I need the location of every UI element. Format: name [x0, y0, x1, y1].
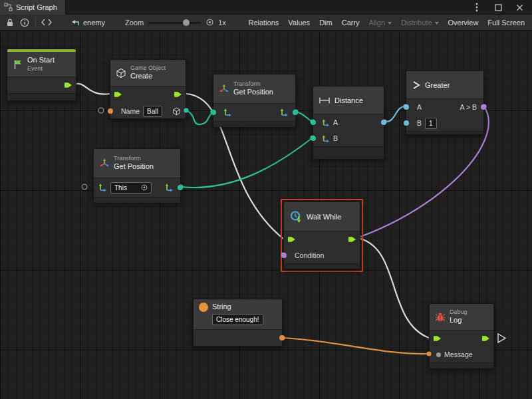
- zoom-reset-icon[interactable]: [206, 19, 213, 26]
- window-menu-icon[interactable]: [469, 0, 484, 15]
- port-label: B: [333, 134, 338, 142]
- node-footer: [213, 121, 295, 127]
- align-button[interactable]: Align: [364, 15, 396, 31]
- transform-icon: [219, 84, 229, 94]
- flow-out-port[interactable]: [174, 91, 182, 98]
- node-category: Transform: [233, 80, 273, 88]
- graph-canvas[interactable]: On Start Event Game Object Create: [0, 31, 532, 399]
- tab-script-graph[interactable]: Script Graph: [0, 0, 66, 15]
- port-label: Message: [444, 350, 473, 358]
- node-debug-log[interactable]: Debug Log Message: [429, 303, 494, 368]
- node-greater[interactable]: Greater A A > B B 1: [406, 70, 484, 134]
- graph-breadcrumb[interactable]: enemy: [71, 19, 105, 27]
- string-value-field[interactable]: Close enough!: [212, 314, 263, 325]
- name-value-field[interactable]: Ball: [143, 106, 162, 117]
- wire-create-to-getposition: [186, 110, 213, 124]
- bug-icon: [435, 312, 446, 323]
- node-footer: [7, 93, 76, 100]
- transform-icon: [99, 158, 110, 169]
- flow-continue-icon: [498, 334, 505, 342]
- port-label: A: [417, 103, 422, 111]
- node-title: String: [212, 303, 263, 312]
- port-label: A: [333, 118, 338, 126]
- transform-input-port[interactable]: [211, 110, 216, 115]
- node-footer: [406, 131, 483, 134]
- object-picker-icon[interactable]: [141, 184, 148, 191]
- info-icon[interactable]: [17, 15, 32, 30]
- unconnected-port-indicator: [82, 184, 87, 190]
- flow-out-port[interactable]: [481, 335, 490, 342]
- wire-wait-to-log: [360, 239, 429, 338]
- flow-out-port[interactable]: [348, 236, 356, 243]
- distance-b-port[interactable]: [311, 136, 316, 141]
- zoom-slider-track: [148, 22, 201, 24]
- zoom-label: Zoom: [125, 19, 144, 27]
- flag-icon: [13, 59, 23, 70]
- gameobject-output-port[interactable]: [172, 107, 181, 116]
- zoom-slider[interactable]: [148, 19, 201, 27]
- values-button[interactable]: Values: [283, 15, 315, 31]
- node-string-literal[interactable]: String Close enough!: [193, 299, 283, 346]
- distribute-button[interactable]: Distribute: [396, 15, 443, 31]
- port-label: B: [417, 119, 422, 127]
- node-title: Wait While: [307, 213, 341, 221]
- position-output-port[interactable]: [178, 185, 183, 190]
- name-input-port[interactable]: [108, 108, 113, 114]
- flow-in-port[interactable]: [433, 335, 442, 342]
- message-input-port[interactable]: [436, 352, 441, 357]
- flow-out-port[interactable]: [64, 82, 72, 89]
- node-footer: [430, 362, 493, 368]
- greater-b-port[interactable]: [404, 120, 409, 126]
- distribute-label: Distribute: [401, 19, 432, 27]
- node-title: Get Position: [114, 162, 154, 172]
- unconnected-port-indicator: [98, 108, 104, 113]
- node-wait-while[interactable]: Wait While Condition: [283, 201, 360, 269]
- flow-in-port[interactable]: [287, 236, 296, 243]
- node-title: Greater: [425, 81, 450, 89]
- axis-icon: [164, 183, 174, 192]
- distance-a-port[interactable]: [311, 120, 316, 125]
- overview-button[interactable]: Overview: [444, 15, 483, 31]
- node-on-start-event[interactable]: On Start Event: [7, 49, 76, 100]
- node-footer: [284, 263, 360, 269]
- cube-icon: [116, 68, 126, 78]
- position-output-port[interactable]: [293, 110, 298, 115]
- flow-in-port[interactable]: [114, 91, 122, 98]
- node-get-position-ball[interactable]: Transform Get Position: [213, 74, 296, 127]
- maximize-icon[interactable]: [491, 0, 505, 15]
- zoom-slider-handle[interactable]: [183, 19, 190, 26]
- align-label: Align: [369, 19, 385, 27]
- script-graph-icon: [4, 3, 13, 11]
- axis-icon: [279, 108, 289, 117]
- fullscreen-button[interactable]: Full Screen: [483, 15, 529, 31]
- node-get-position-this[interactable]: Transform Get Position This: [93, 148, 181, 203]
- tab-title: Script Graph: [16, 3, 57, 11]
- distance-output-port[interactable]: [381, 120, 386, 125]
- greater-a-port[interactable]: [404, 104, 409, 110]
- lock-icon[interactable]: [3, 15, 17, 30]
- port-label: Condition: [295, 251, 324, 259]
- greater-output-port[interactable]: [481, 104, 486, 110]
- relations-button[interactable]: Relations: [243, 15, 283, 31]
- node-title: Distance: [334, 96, 363, 104]
- condition-input-port[interactable]: [281, 253, 287, 258]
- chevron-down-icon: [435, 22, 439, 25]
- distance-icon: [319, 96, 331, 104]
- string-output-port[interactable]: [279, 335, 285, 340]
- node-create-gameobject[interactable]: Game Object Create Name Ball: [110, 59, 186, 119]
- carry-button[interactable]: Carry: [337, 15, 364, 31]
- zoom-value: 1x: [218, 19, 226, 27]
- port-label: Name: [121, 107, 140, 115]
- code-icon[interactable]: [39, 15, 54, 30]
- node-distance[interactable]: Distance A B: [313, 86, 384, 159]
- b-value-field[interactable]: 1: [425, 118, 437, 129]
- target-field[interactable]: This: [110, 182, 152, 194]
- node-title: Create: [130, 72, 166, 81]
- node-title: Get Position: [233, 88, 273, 97]
- close-icon[interactable]: [512, 0, 527, 15]
- axis-icon: [321, 134, 330, 143]
- node-footer: [313, 146, 384, 159]
- graph-toolbar: enemy Zoom 1x Relations Values Dim Carry…: [0, 15, 532, 31]
- wire-string-to-message: [283, 338, 429, 354]
- dim-button[interactable]: Dim: [315, 15, 337, 31]
